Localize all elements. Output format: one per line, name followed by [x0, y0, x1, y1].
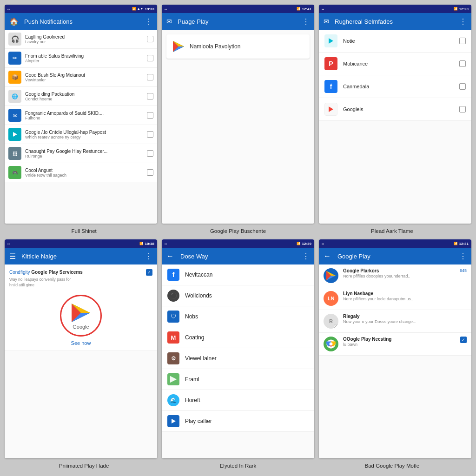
settings-item-1: P Mobicance [319, 53, 471, 75]
notif-text-0: Eaglling Goolnered Lavolry our [25, 34, 147, 44]
app-bar-4: ☰ Kitticle Naige ⋮ [5, 248, 157, 264]
gplay-notif-sub-3: lu bawn [343, 342, 457, 347]
notif-checkbox-7[interactable] [147, 169, 153, 176]
notif-checkbox-5[interactable] [147, 131, 153, 138]
gplay-icon-0 [325, 270, 337, 281]
gplay-notif-title-3: OOogle Play Necsting [343, 337, 457, 342]
notif-icon-6: 🖼 [8, 147, 21, 160]
settings-label-1: Mobicance [343, 61, 459, 66]
app-item-5: Framl [162, 369, 314, 390]
promo-logo-area: Google See now [9, 295, 152, 346]
app-label-3: Coating [185, 334, 204, 341]
promo-title-text: Condfigity Google Play Servicems [9, 269, 143, 276]
notif-icon-3: 🌐 [8, 90, 21, 103]
gplay-notif-meta-0: 645 [460, 268, 467, 273]
app-bar-title-1: Push Notifications [24, 18, 145, 25]
app-item-0: f Nevitaccan [162, 264, 314, 285]
settings-icon-2: f [324, 80, 337, 93]
app-bar-title-6: Google Play [337, 253, 459, 260]
caption-2: Google Play Buschente [163, 228, 312, 234]
notif-item-6: 🖼 Chaought Pay Google Hlay Restuncer... … [5, 144, 157, 163]
app-item-3: M Coating [162, 327, 314, 348]
promo-card: Condfigity Google Play Servicems Way noi… [5, 264, 157, 351]
app-item-6: 🌊 Horeft [162, 390, 314, 411]
app-icon-6: 🌊 [167, 394, 179, 406]
notif-item-7: 🎮 Cocol Angust Vnlde Now thll sagech [5, 163, 157, 182]
settings-item-3: Googleis [319, 98, 471, 121]
menu-icon-6[interactable]: ⋮ [459, 252, 467, 261]
notif-sub-5: Which reate? acnore ny cergy [25, 135, 147, 139]
caption-row-top: Full Shinet Google Play Buschente Plead … [5, 226, 471, 237]
status-bar-1: ▪▪ 📶 ▲▼ 19:33 [5, 5, 157, 13]
svg-point-15 [330, 343, 333, 346]
notif-checkbox-0[interactable] [147, 36, 153, 42]
google-play-logo-card [172, 40, 185, 53]
screen-puage-play: ▪▪ 📶 12:41 ✉ Puage Play ⋮ [162, 5, 314, 224]
screen-dose-way: ▪▪ 📶 12:39 ← Dose Way ⋮ f Nevitaccan ⚫ W… [162, 239, 314, 458]
gplay-notif-icon-2: R [324, 314, 338, 329]
notif-text-5: Google /.lo Cntcle Ullogial-hap Paypost … [25, 130, 147, 139]
notif-checkbox-6[interactable] [147, 150, 153, 157]
menu-icon-4[interactable]: ⋮ [145, 252, 152, 261]
notif-sub-3: Condct hoeme [25, 97, 147, 101]
menu-icon-5[interactable]: ⋮ [302, 252, 310, 261]
notif-checkbox-3[interactable] [147, 93, 153, 99]
notif-sub-2: Vewirtanler [25, 78, 147, 82]
google-label: Google [73, 324, 89, 330]
status-time-6: 12:31 [459, 242, 469, 246]
app-icon-2: 🛡 [167, 311, 179, 323]
settings-checkbox-2[interactable] [459, 83, 466, 90]
settings-checkbox-0[interactable] [459, 38, 466, 44]
promo-checked[interactable]: ✓ [146, 269, 152, 276]
gplay-notif-list: Google Plarkors Nore pflfiles dooopies y… [319, 264, 471, 458]
notif-text-7: Cocol Angust Vnlde Now thll sagech [25, 168, 147, 178]
caption-1: Full Shinet [9, 228, 159, 234]
gplay-notif-text-1: Liyn Nasbage Nere pflifiers your locle d… [343, 291, 467, 301]
menu-icon-3[interactable]: ⋮ [459, 17, 467, 26]
menu-icon-2[interactable]: ⋮ [302, 17, 310, 26]
notif-sub-7: Vnlde Now thll sagech [25, 173, 147, 178]
settings-checkbox-3[interactable] [459, 106, 466, 112]
hamburger-icon-4[interactable]: ☰ [9, 252, 16, 261]
app-icon-7 [167, 415, 179, 427]
app-bar-5: ← Dose Way ⋮ [162, 248, 314, 264]
screen-kitticle: ▪▪ 📶 10:38 ☰ Kitticle Naige ⋮ Condfigity… [5, 239, 157, 458]
notif-checkbox-1[interactable] [147, 55, 153, 61]
notif-icon-4: ✉ [8, 109, 21, 122]
settings-item-0: Notie [319, 30, 471, 53]
gplay-notif-sub-2: Now your o your Dosss youre change... [343, 319, 467, 324]
app-bar-6: ← Google Play ⋮ [319, 248, 471, 264]
settings-label-3: Googleis [343, 106, 459, 112]
notif-icon-0: 🎧 [8, 33, 21, 46]
app-item-7: Play callier [162, 411, 314, 432]
notif-title-7: Cocol Angust [25, 168, 147, 173]
status-bar-5: ▪▪ 📶 12:39 [162, 239, 314, 248]
screen-google-play: ▪▪ 📶 12:31 ← Google Play ⋮ [319, 239, 471, 458]
notif-checkbox-4[interactable] [147, 112, 153, 119]
status-bar-3: ▪▪ 📶 12:20 [319, 5, 471, 13]
menu-icon-1[interactable]: ⋮ [145, 17, 152, 26]
app-icon-0: f [167, 269, 179, 281]
gplay-notif-sub-1: Nere pflifiers your locle danaputm us.. [343, 297, 467, 301]
back-icon-6[interactable]: ← [324, 252, 331, 260]
gplay-notif-check-3[interactable]: ✓ [460, 337, 467, 343]
settings-list-3: Notie P Mobicance f Canmedala [319, 30, 471, 224]
notif-icon-5 [8, 128, 21, 141]
gplay-notif-text-2: Riegaly Now your o your Dosss youre chan… [343, 314, 467, 324]
caption-3: Plead Aark Tlame [317, 228, 467, 234]
notif-sub-1: Alnptler [25, 59, 147, 63]
notif-text-4: Fongranic Amopards of Sauid SKID.... Ful… [25, 111, 147, 120]
svg-marker-8 [170, 376, 177, 383]
notif-checkbox-2[interactable] [147, 74, 153, 80]
app-bar-title-2: Puage Play [178, 18, 302, 25]
caption-6: Bad Google Play Motle [317, 463, 467, 469]
settings-checkbox-1[interactable] [459, 60, 466, 67]
gplay-notif-title-1: Liyn Nasbage [343, 291, 467, 296]
notif-text-3: Google ding Packuation Condct hoeme [25, 92, 147, 101]
back-icon-5[interactable]: ← [166, 252, 174, 260]
see-now-button[interactable]: See now [71, 340, 91, 346]
notif-title-6: Chaought Pay Google Hlay Restuncer... [25, 149, 147, 154]
promo-area: Condfigity Google Play Servicems Way noi… [5, 264, 157, 458]
caption-4: Pniimated Play Hade [9, 463, 159, 469]
promo-sub-text: Way noi leapays convenily pass forhniid … [9, 277, 143, 288]
